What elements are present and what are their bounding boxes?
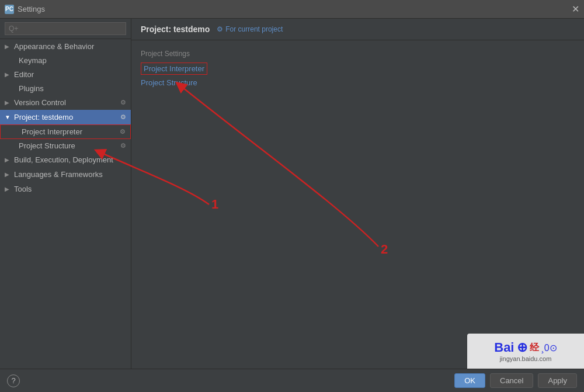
content-header-link[interactable]: ⚙ For current project	[217, 25, 283, 33]
help-button[interactable]: ?	[7, 374, 20, 387]
baidu-logo2: ⊕	[517, 340, 527, 355]
sidebar-item-label: Languages & Frameworks	[14, 170, 103, 179]
link-icon: ⚙	[217, 25, 223, 33]
sidebar-item-keymap[interactable]: Keymap	[0, 54, 131, 67]
close-button[interactable]: ✕	[571, 5, 579, 13]
sidebar-item-label: Project: testdemo	[14, 113, 73, 122]
gear-icon: ⚙	[120, 113, 126, 121]
sidebar-item-label: Editor	[14, 70, 34, 79]
content-header: Project: testdemo ⚙ For current project	[131, 19, 584, 40]
sidebar-item-project-testdemo[interactable]: ▼ Project: testdemo ⚙	[0, 110, 131, 124]
title-bar: PC Settings ✕	[0, 0, 584, 19]
sidebar-item-label: Version Control	[14, 98, 66, 107]
arrow-icon: ▼	[5, 114, 12, 120]
window-title: Settings	[18, 5, 45, 13]
gear-icon: ⚙	[120, 99, 126, 106]
cancel-button[interactable]: Cancel	[490, 373, 533, 388]
title-bar-left: PC Settings	[5, 5, 45, 14]
sidebar-item-version-control[interactable]: ▶ Version Control ⚙	[0, 95, 131, 110]
watermark: Bai ⊕ 经 ¸0⊙ jingyan.baidu.com	[467, 334, 584, 369]
jingyan-label: 经	[530, 342, 539, 354]
arrow-icon: ▶	[5, 43, 12, 50]
sidebar-item-label: Appearance & Behavior	[14, 42, 94, 51]
arrow-icon: ▶	[5, 171, 12, 178]
content-area: Project: testdemo ⚙ For current project …	[131, 19, 584, 369]
sidebar-item-build-execution[interactable]: ▶ Build, Execution, Deployment	[0, 152, 131, 167]
content-body: Project Settings Project Interpreter Pro…	[131, 40, 584, 98]
app-icon: PC	[5, 5, 14, 14]
extra-icons: ¸0⊙	[541, 342, 557, 353]
project-settings-label: Project Settings	[141, 50, 575, 58]
sidebar-item-editor[interactable]: ▶ Editor	[0, 67, 131, 82]
apply-button[interactable]: Apply	[538, 373, 577, 388]
sidebar-item-label: Project Structure	[19, 141, 75, 150]
sidebar-item-plugins[interactable]: Plugins	[0, 82, 131, 95]
sidebar-item-label: Tools	[14, 185, 32, 193]
sidebar-item-label: Keymap	[19, 56, 47, 65]
ok-button[interactable]: OK	[454, 373, 485, 388]
sidebar-item-label: Build, Execution, Deployment	[14, 155, 113, 164]
sidebar-item-appearance[interactable]: ▶ Appearance & Behavior	[0, 39, 131, 54]
bottom-bar: ? OK Cancel Apply	[0, 369, 584, 392]
baidu-logo: Bai	[494, 340, 514, 355]
content-title: Project: testdemo	[141, 25, 210, 34]
gear-icon: ⚙	[120, 128, 126, 136]
arrow-icon: ▶	[5, 99, 12, 106]
search-box	[0, 19, 131, 39]
gear-icon: ⚙	[120, 142, 126, 150]
baidu-url: jingyan.baidu.com	[500, 355, 552, 362]
arrow-icon: ▶	[5, 186, 12, 192]
sidebar: ▶ Appearance & Behavior Keymap ▶ Editor …	[0, 19, 131, 369]
arrow-icon: ▶	[5, 71, 12, 78]
bottom-left: ?	[7, 374, 20, 387]
arrow-icon: ▶	[5, 157, 12, 163]
project-interpreter-link[interactable]: Project Interpreter	[141, 63, 207, 75]
sidebar-item-tools[interactable]: ▶ Tools	[0, 182, 131, 196]
sidebar-item-label: Plugins	[19, 84, 44, 93]
sidebar-item-label: Project Interpreter	[22, 127, 82, 136]
search-input[interactable]	[5, 22, 126, 35]
link-label: For current project	[225, 25, 283, 33]
sidebar-item-project-structure[interactable]: Project Structure ⚙	[0, 139, 131, 152]
sidebar-item-languages[interactable]: ▶ Languages & Frameworks	[0, 167, 131, 182]
project-structure-link[interactable]: Project Structure	[141, 77, 575, 88]
sidebar-item-project-interpreter[interactable]: Project Interpreter ⚙	[0, 124, 131, 139]
bottom-right: OK Cancel Apply	[454, 373, 577, 388]
main-layout: ▶ Appearance & Behavior Keymap ▶ Editor …	[0, 19, 584, 369]
